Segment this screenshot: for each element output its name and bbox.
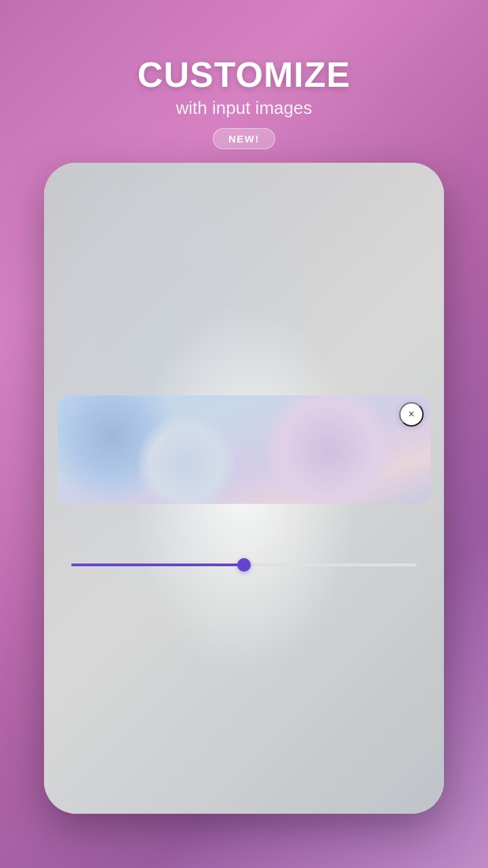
- promo-title: CUSTOMIZE: [138, 54, 350, 95]
- slider-track: [71, 564, 417, 566]
- phone-frame: 9:41 ‹ Create artwork: [44, 163, 444, 814]
- image-preview-bg: [58, 395, 430, 504]
- remove-image-button[interactable]: ×: [399, 402, 424, 427]
- preview-shapes: [58, 395, 430, 504]
- slider-thumb[interactable]: [237, 558, 251, 572]
- influence-slider-container: [71, 564, 417, 566]
- close-icon: ×: [408, 408, 414, 420]
- style-cards-scroll[interactable]: Psychic Charcoal Synthwave: [44, 236, 444, 340]
- slider-fill: [71, 564, 244, 566]
- new-badge: NEW!: [213, 128, 275, 149]
- style-image-charcoal: [182, 236, 299, 317]
- style-card-charcoal[interactable]: Charcoal: [182, 236, 299, 332]
- image-preview-container: ×: [58, 395, 430, 504]
- promo-subtitle: with input images: [176, 98, 312, 119]
